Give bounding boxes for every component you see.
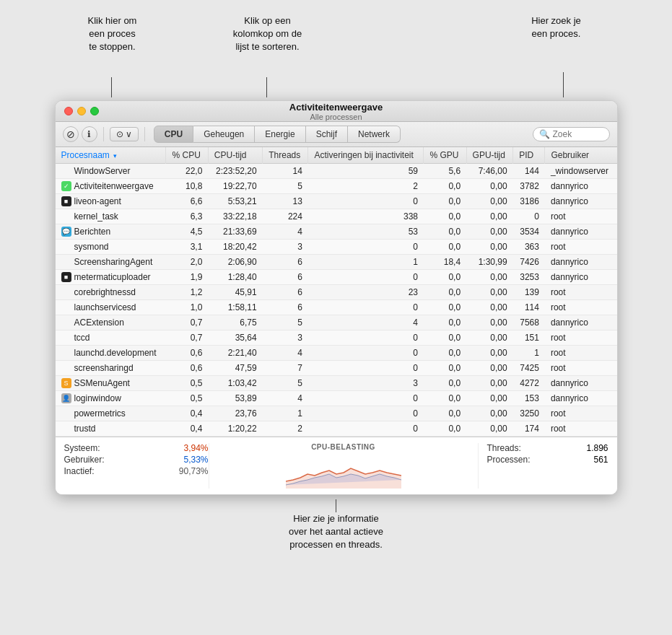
search-box[interactable]: 🔍	[533, 127, 610, 141]
bottom-ann-line	[336, 499, 336, 512]
cell-pid: 151	[513, 330, 545, 346]
table-row[interactable]: screensharingd 0,6 47,59 7 0 0,0 0,00 74…	[56, 361, 617, 376]
search-input[interactable]	[553, 129, 603, 139]
process-name: loginwindow	[74, 393, 121, 403]
process-name: Activiteitenweergave	[74, 181, 154, 191]
cell-pid: 1	[513, 346, 545, 361]
cell-activering: 0	[308, 361, 424, 376]
cell-cputijd: 53,89	[208, 391, 262, 406]
cell-gebruiker: dannyrico	[545, 376, 617, 391]
tab-geheugen[interactable]: Geheugen	[193, 126, 255, 143]
minimize-button[interactable]	[77, 107, 86, 115]
cell-cpu: 6,6	[166, 194, 208, 209]
table-row[interactable]: S SSMenuAgent 0,5 1:03,42 5 3 0,0 0,00 4…	[56, 376, 617, 391]
cell-gebruiker: _windowserver	[545, 164, 617, 179]
toolbar: ⊘ ℹ ⊙ ∨ CPU Geheugen Energie Schijf Netw…	[56, 122, 617, 147]
cell-gpu: 0,0	[424, 330, 466, 346]
table-row[interactable]: kernel_task 6,3 33:22,18 224 338 0,0 0,0…	[56, 209, 617, 224]
cell-gebruiker: dannyrico	[545, 255, 617, 270]
cell-threads: 4	[263, 346, 308, 361]
col-header-procesnaam[interactable]: Procesnaam ▾	[56, 147, 166, 164]
cell-cputijd: 1:28,40	[208, 270, 262, 285]
col-header-pid[interactable]: PID	[513, 147, 545, 164]
cell-pid: 144	[513, 164, 545, 179]
table-row[interactable]: ACExtension 0,7 6,75 5 4 0,0 0,00 7568 d…	[56, 315, 617, 330]
cell-gebruiker: root	[545, 300, 617, 315]
cell-cpu: 4,5	[166, 224, 208, 240]
cell-gebruiker: dannyrico	[545, 315, 617, 330]
col-header-cpu[interactable]: % CPU	[166, 147, 208, 164]
cell-activering: 4	[308, 315, 424, 330]
col-header-gputijd[interactable]: GPU-tijd	[466, 147, 513, 164]
table-row[interactable]: 👤 loginwindow 0,5 53,89 4 0 0,0 0,00 153…	[56, 391, 617, 406]
cell-pid: 153	[513, 391, 545, 406]
table-row[interactable]: 💬 Berichten 4,5 21:33,69 4 53 0,0 0,00 3…	[56, 224, 617, 240]
col-header-gebruiker[interactable]: Gebruiker	[545, 147, 617, 164]
cell-threads: 3	[263, 240, 308, 255]
cell-activering: 0	[308, 391, 424, 406]
process-icon-empty	[61, 318, 71, 328]
col-header-activering[interactable]: Activeringen bij inactiviteit	[308, 147, 424, 164]
table-row[interactable]: trustd 0,4 1:20,22 2 0 0,0 0,00 174 root	[56, 421, 617, 437]
annotation-search: Hier zoek je een proces.	[510, 14, 603, 40]
cell-gputijd: 0,00	[466, 179, 513, 194]
close-button[interactable]	[64, 107, 73, 115]
process-name: WindowServer	[74, 166, 131, 176]
cell-gpu: 0,0	[424, 376, 466, 391]
callout-line-sort	[266, 77, 267, 97]
table-row[interactable]: tccd 0,7 35,64 3 0 0,0 0,00 151 root	[56, 330, 617, 346]
cell-activering: 0	[308, 240, 424, 255]
fullscreen-button[interactable]	[90, 107, 99, 115]
tab-schijf[interactable]: Schijf	[306, 126, 348, 143]
process-name: tccd	[74, 333, 90, 343]
table-row[interactable]: launchservicesd 1,0 1:58,11 6 0 0,0 0,00…	[56, 300, 617, 315]
cell-gputijd: 0,00	[466, 421, 513, 437]
cell-activering: 23	[308, 285, 424, 300]
info-button[interactable]: ℹ	[82, 126, 97, 142]
col-header-cputijd[interactable]: CPU-tijd	[208, 147, 262, 164]
tab-cpu[interactable]: CPU	[154, 126, 193, 143]
col-header-gpu[interactable]: % GPU	[424, 147, 466, 164]
cell-gebruiker: root	[545, 240, 617, 255]
table-row[interactable]: launchd.development 0,6 2:21,40 4 0 0,0 …	[56, 346, 617, 361]
threads-label: Threads:	[487, 443, 521, 453]
cell-procesnaam: launchd.development	[56, 346, 166, 360]
table-row[interactable]: ✓ Activiteitenweergave 10,8 19:22,70 5 2…	[56, 179, 617, 194]
view-dropdown-button[interactable]: ⊙ ∨	[110, 127, 139, 141]
table-row[interactable]: ■ liveon-agent 6,6 5:53,21 13 0 0,0 0,00…	[56, 194, 617, 209]
table-row[interactable]: WindowServer 22,0 2:23:52,20 14 59 5,6 7…	[56, 164, 617, 179]
cell-cpu: 6,3	[166, 209, 208, 224]
cell-procesnaam: corebrightnessd	[56, 285, 166, 299]
cell-threads: 5	[263, 315, 308, 330]
cell-activering: 0	[308, 406, 424, 421]
cell-pid: 4272	[513, 376, 545, 391]
process-icon: ■	[61, 196, 71, 206]
table-row[interactable]: powermetrics 0,4 23,76 1 0 0,0 0,00 3250…	[56, 406, 617, 421]
process-name: sysmond	[74, 242, 109, 252]
tab-energie[interactable]: Energie	[255, 126, 305, 143]
cell-threads: 4	[263, 391, 308, 406]
annotation-top: Klik hier om een proces te stoppen. Klik…	[55, 14, 618, 97]
cell-procesnaam: 👤 loginwindow	[56, 391, 166, 406]
cell-cpu: 0,7	[166, 315, 208, 330]
table-row[interactable]: sysmond 3,1 18:20,42 3 0 0,0 0,00 363 ro…	[56, 240, 617, 255]
table-row[interactable]: corebrightnessd 1,2 45,91 6 23 0,0 0,00 …	[56, 285, 617, 300]
threads-row: Threads: 1.896	[487, 443, 608, 453]
table-row[interactable]: ■ metermaticuploader 1,9 1:28,40 6 0 0,0…	[56, 270, 617, 285]
table-row[interactable]: ScreensharingAgent 2,0 2:06,90 6 1 18,4 …	[56, 255, 617, 270]
cell-cputijd: 33:22,18	[208, 209, 262, 224]
cell-gputijd: 0,00	[466, 406, 513, 421]
cell-pid: 7568	[513, 315, 545, 330]
stop-process-button[interactable]: ⊘	[63, 126, 79, 142]
cell-activering: 0	[308, 346, 424, 361]
cell-threads: 6	[263, 300, 308, 315]
cell-cpu: 0,4	[166, 406, 208, 421]
cell-threads: 3	[263, 330, 308, 346]
tab-netwerk[interactable]: Netwerk	[348, 126, 401, 143]
col-header-threads[interactable]: Threads	[263, 147, 308, 164]
cell-gebruiker: root	[545, 346, 617, 361]
cell-cpu: 1,9	[166, 270, 208, 285]
cell-procesnaam: ■ liveon-agent	[56, 194, 166, 209]
titlebar: Activiteitenweergave Alle processen	[56, 101, 617, 122]
process-name: kernel_task	[74, 211, 118, 222]
